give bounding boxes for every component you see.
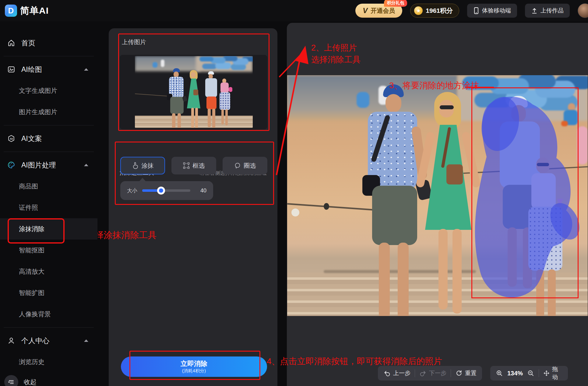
svg-text:AI: AI bbox=[10, 137, 13, 140]
figure-woman bbox=[185, 70, 203, 124]
erase-now-button[interactable]: 立即消除 (消耗4积分) bbox=[121, 356, 267, 377]
sidebar-item-smart-expand[interactable]: 智能扩图 bbox=[0, 282, 97, 304]
drag-button[interactable]: 拖动 bbox=[543, 365, 562, 381]
erase-settings-panel: 上传图片 bbox=[109, 28, 277, 386]
mobile-app-button[interactable]: 体验移动端 bbox=[467, 4, 517, 18]
chevron-up-icon[interactable] bbox=[84, 339, 88, 342]
image-icon bbox=[7, 65, 15, 73]
sidebar-label-hd-upscale: 高清放大 bbox=[19, 267, 44, 276]
uploaded-image-thumbnail bbox=[135, 56, 253, 128]
collapse-icon[interactable] bbox=[4, 375, 18, 386]
sidebar-item-smart-matting[interactable]: 智能抠图 bbox=[0, 240, 97, 261]
sidebar-item-text-to-image[interactable]: 文字生成图片 bbox=[0, 80, 97, 101]
erase-now-label: 立即消除 bbox=[181, 360, 207, 368]
sidebar-item-id-photo[interactable]: 证件照 bbox=[0, 197, 97, 218]
brush-size-slider[interactable] bbox=[142, 187, 190, 195]
divider bbox=[451, 369, 451, 377]
shorts bbox=[170, 97, 184, 114]
kayaks bbox=[199, 57, 213, 61]
points-label: 1961积分 bbox=[426, 6, 453, 15]
divider bbox=[415, 369, 415, 377]
coin-icon: ★ bbox=[414, 6, 423, 15]
leg bbox=[208, 109, 211, 127]
skirt bbox=[220, 92, 230, 110]
head bbox=[191, 72, 195, 77]
user-icon bbox=[7, 337, 15, 345]
sidebar-label-smart-expand: 智能扩图 bbox=[19, 289, 44, 297]
leg bbox=[195, 108, 198, 128]
leg bbox=[221, 109, 224, 125]
upload-icon bbox=[531, 7, 538, 14]
shape bbox=[153, 62, 157, 68]
tool-smear-button[interactable]: 涂抹 bbox=[120, 157, 165, 174]
divider bbox=[4, 56, 94, 56]
canvas-panel bbox=[287, 23, 588, 386]
zoom-in-button[interactable] bbox=[496, 370, 503, 377]
zoom-out-button[interactable] bbox=[527, 370, 534, 377]
lasso-circle-icon bbox=[234, 162, 241, 169]
sidebar-label-smart-matting: 智能抠图 bbox=[19, 246, 44, 254]
sidebar-item-hd-upscale[interactable]: 高清放大 bbox=[0, 261, 97, 282]
divider bbox=[4, 152, 94, 152]
points-button[interactable]: ★ 1961积分 bbox=[410, 4, 459, 18]
leg bbox=[191, 108, 194, 128]
sidebar-group-ai-draw[interactable]: AI绘图 bbox=[0, 59, 97, 80]
handbag bbox=[193, 89, 198, 95]
mobile-label: 体验移动端 bbox=[482, 7, 511, 15]
history-toolbar: 上一步 下一步 重置 bbox=[378, 366, 482, 381]
tool-box-select-button[interactable]: 框选 bbox=[171, 157, 216, 174]
shape bbox=[161, 60, 164, 67]
tool-lasso-button[interactable]: 圈选 bbox=[223, 157, 267, 174]
sidebar-item-history[interactable]: 浏览历史 bbox=[0, 351, 97, 373]
chevron-up-icon[interactable] bbox=[84, 164, 88, 166]
app-title: 简单AI bbox=[20, 5, 49, 17]
reset-label: 重置 bbox=[465, 369, 477, 377]
reset-icon bbox=[455, 370, 463, 377]
redo-icon bbox=[419, 370, 427, 377]
sidebar-label-ai-copy: AI文案 bbox=[21, 134, 42, 143]
phone-icon bbox=[473, 7, 479, 14]
sidebar-group-personal[interactable]: 个人中心 bbox=[0, 330, 97, 351]
marquee-icon bbox=[183, 162, 190, 169]
sidebar-item-product-image[interactable]: 商品图 bbox=[0, 176, 97, 197]
tool-smear-label: 涂抹 bbox=[142, 162, 154, 170]
ai-hexagon-icon: AI bbox=[7, 135, 15, 142]
figure-girl bbox=[218, 79, 232, 122]
collapse-label: 收起 bbox=[24, 378, 37, 386]
divider bbox=[4, 125, 94, 125]
undo-button[interactable]: 上一步 bbox=[383, 369, 410, 377]
sidebar-group-ai-image[interactable]: AI图片处理 bbox=[0, 154, 97, 176]
zoom-level-value: 134% bbox=[507, 370, 523, 377]
sidebar-label-ai-draw: AI绘图 bbox=[21, 65, 42, 74]
tool-lasso-label: 圈选 bbox=[244, 162, 256, 170]
hand-pointer-icon bbox=[132, 162, 139, 169]
sidebar-item-smear-erase[interactable]: 涂抹消除 bbox=[0, 218, 97, 240]
vip-button[interactable]: V 开通会员 积分礼包 bbox=[355, 4, 402, 18]
leg bbox=[172, 113, 175, 128]
edit-canvas-image[interactable] bbox=[287, 75, 588, 316]
app-logo[interactable]: D 简单AI bbox=[5, 5, 49, 17]
move-icon bbox=[543, 370, 550, 377]
palette-icon bbox=[7, 161, 15, 169]
sidebar-collapse[interactable]: 收起 bbox=[4, 375, 37, 386]
user-avatar[interactable] bbox=[578, 3, 588, 18]
figure-boy bbox=[204, 71, 219, 122]
upload-work-button[interactable]: 上传作品 bbox=[525, 4, 570, 18]
sidebar-label-id-photo: 证件照 bbox=[19, 203, 38, 212]
leg bbox=[225, 109, 228, 125]
uploaded-image-slot[interactable] bbox=[120, 55, 267, 129]
undo-label: 上一步 bbox=[393, 369, 410, 377]
reset-button[interactable]: 重置 bbox=[455, 369, 477, 377]
sidebar-item-portrait-bg[interactable]: 人像换背景 bbox=[0, 304, 97, 325]
redo-button[interactable]: 下一步 bbox=[419, 369, 446, 377]
smear-mask bbox=[287, 75, 588, 316]
sidebar-item-home[interactable]: 首页 bbox=[0, 32, 97, 54]
tool-box-select-label: 框选 bbox=[193, 162, 205, 170]
slider-thumb[interactable] bbox=[157, 187, 165, 195]
sidebar-label-portrait-bg: 人像换背景 bbox=[19, 310, 51, 318]
sidebar-item-ai-copy[interactable]: AI AI文案 bbox=[0, 128, 97, 149]
drag-label: 拖动 bbox=[552, 365, 562, 381]
vip-label: 开通会员 bbox=[371, 7, 395, 15]
chevron-up-icon[interactable] bbox=[84, 68, 88, 71]
sidebar-item-image-to-image[interactable]: 图片生成图片 bbox=[0, 101, 97, 123]
